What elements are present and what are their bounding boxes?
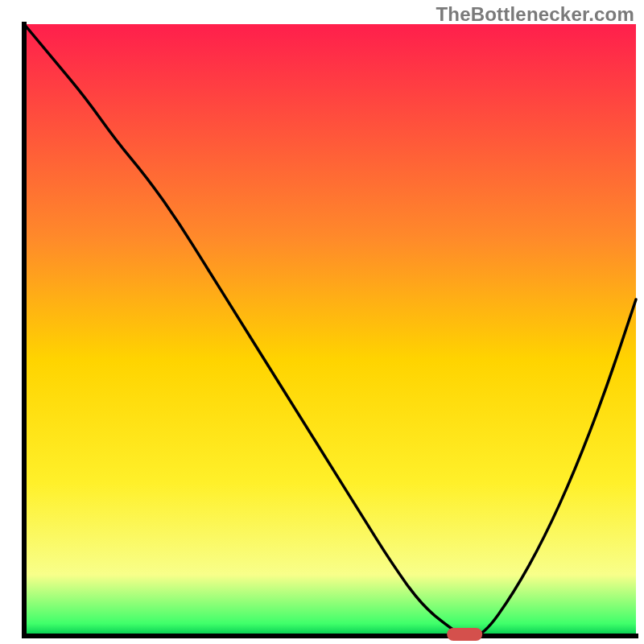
- watermark-text: TheBottlenecker.com: [436, 3, 634, 26]
- plot-background: [24, 24, 636, 636]
- bottleneck-chart: [0, 0, 644, 644]
- optimum-marker: [447, 628, 482, 641]
- chart-container: TheBottlenecker.com: [0, 0, 644, 644]
